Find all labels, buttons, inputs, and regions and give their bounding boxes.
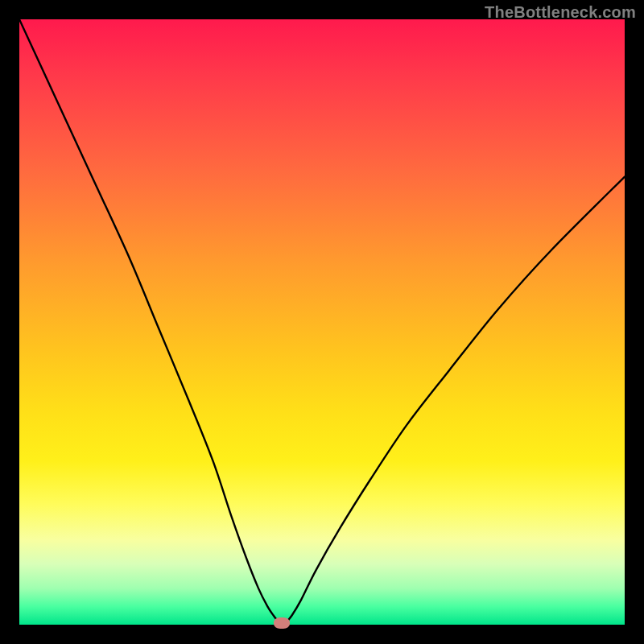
plot-area [19, 19, 625, 625]
chart-stage: TheBottleneck.com [0, 0, 644, 644]
curve-svg [19, 19, 625, 625]
curve-minimum-marker [274, 617, 290, 629]
curve-line [19, 19, 625, 625]
